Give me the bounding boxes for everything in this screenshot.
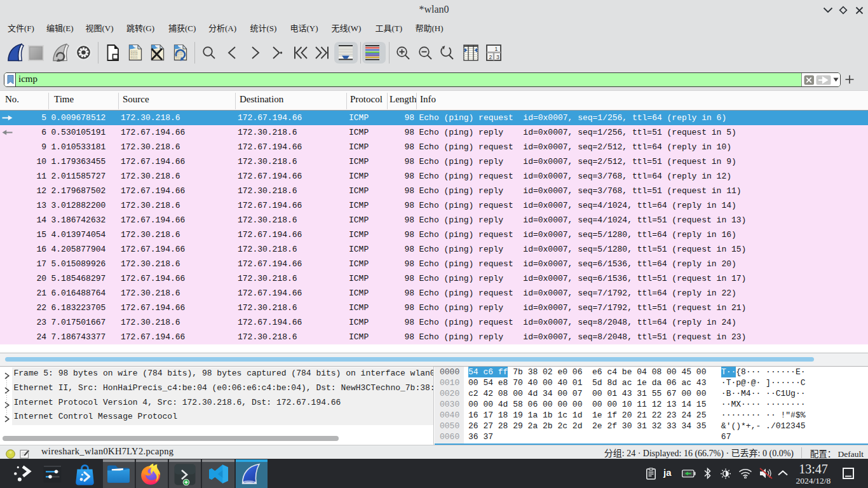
svg-text:3: 3 — [496, 54, 499, 60]
svg-text:1: 1 — [495, 46, 498, 52]
svg-text:2: 2 — [489, 54, 492, 60]
svg-text:0111: 0111 — [131, 56, 138, 59]
